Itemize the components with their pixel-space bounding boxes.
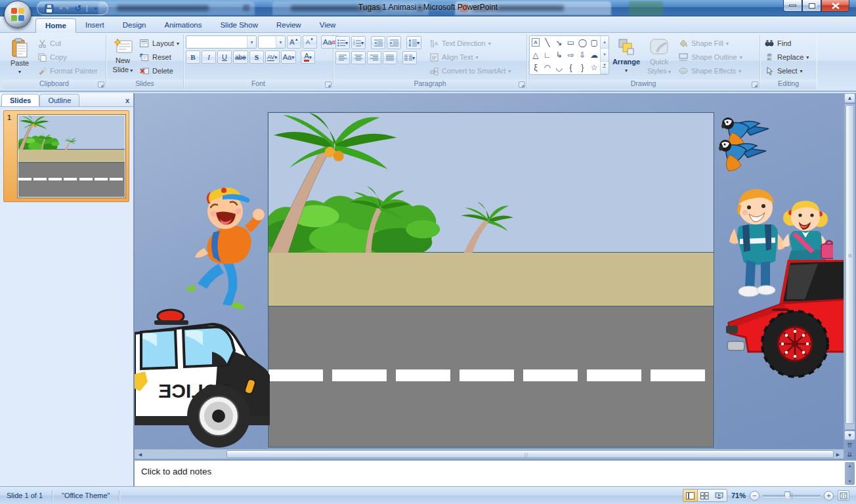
copy-button[interactable]: Copy bbox=[35, 51, 100, 64]
find-button[interactable]: Find bbox=[762, 37, 811, 50]
character-spacing-button[interactable]: AV bbox=[265, 51, 280, 64]
replace-button[interactable]: ab ac Replace bbox=[762, 51, 811, 64]
horizontal-scrollbar-thumb[interactable] bbox=[226, 450, 834, 458]
quick-styles-button[interactable]: Quick Styles bbox=[643, 35, 675, 79]
vertical-scrollbar-thumb[interactable] bbox=[845, 105, 854, 424]
next-slide-button[interactable]: ⇊ bbox=[844, 450, 855, 460]
tab-outline[interactable]: Outline bbox=[39, 94, 79, 106]
format-painter-button[interactable]: Format Painter bbox=[35, 64, 100, 77]
text-shadow-button[interactable]: S bbox=[249, 51, 264, 64]
shrink-font-button[interactable]: A▼ bbox=[303, 35, 317, 49]
columns-button[interactable] bbox=[402, 51, 417, 64]
text-direction-button[interactable]: A Text Direction bbox=[427, 37, 513, 50]
sand-shape[interactable] bbox=[268, 253, 714, 306]
clipart-red-car[interactable] bbox=[726, 260, 844, 379]
clipart-parrots[interactable] bbox=[719, 116, 770, 172]
arrange-button[interactable]: Arrange bbox=[609, 35, 643, 79]
change-case-button[interactable]: Aa bbox=[281, 51, 296, 64]
delete-button[interactable]: Delete bbox=[137, 64, 181, 77]
drawing-dialog-launcher[interactable] bbox=[752, 81, 758, 88]
shapes-scroll-up-icon[interactable]: ▲ bbox=[601, 36, 609, 49]
shape-elbow-arrow[interactable]: ↳ bbox=[553, 49, 565, 61]
restore-button[interactable] bbox=[802, 0, 821, 12]
save-button[interactable] bbox=[43, 3, 56, 14]
align-center-button[interactable] bbox=[351, 51, 366, 64]
redo-button[interactable]: ↺ bbox=[72, 3, 85, 14]
justify-button[interactable] bbox=[383, 51, 397, 64]
notes-placeholder[interactable]: Click to add notes bbox=[141, 467, 211, 476]
notes-scrollbar[interactable]: ▲ ▼ bbox=[845, 462, 855, 485]
slide-thumbnail-1[interactable]: 1 bbox=[3, 110, 129, 202]
shape-left-brace[interactable]: { bbox=[565, 61, 577, 74]
scroll-left-icon[interactable]: ◀ bbox=[135, 450, 145, 459]
shape-arc[interactable]: ◠ bbox=[542, 61, 553, 74]
shapes-more-icon[interactable]: ▼▔ bbox=[601, 62, 609, 74]
shape-down-arrow[interactable]: ⇩ bbox=[576, 49, 588, 61]
fit-slide-to-window-button[interactable] bbox=[838, 490, 849, 501]
scroll-down-icon[interactable]: ▼ bbox=[844, 430, 855, 440]
road-shape[interactable] bbox=[268, 306, 714, 447]
shape-outline-button[interactable]: Shape Outline bbox=[676, 51, 744, 64]
shape-curve[interactable]: ◡ bbox=[553, 61, 565, 74]
shape-right-brace[interactable]: } bbox=[576, 61, 588, 74]
shape-elbow[interactable]: ∟ bbox=[542, 49, 553, 61]
shape-fill-button[interactable]: Shape Fill bbox=[676, 37, 744, 50]
horizontal-scrollbar[interactable]: ◀ ▶ bbox=[135, 449, 844, 459]
zoom-out-button[interactable]: − bbox=[750, 491, 760, 501]
font-name-combo[interactable]: ▾ bbox=[186, 35, 257, 49]
notes-scroll-up-icon[interactable]: ▲ bbox=[845, 463, 855, 468]
align-right-button[interactable] bbox=[367, 51, 381, 64]
convert-smartart-button[interactable]: Convert to SmartArt bbox=[427, 64, 513, 77]
increase-indent-button[interactable] bbox=[387, 36, 401, 49]
zoom-slider-track[interactable] bbox=[763, 495, 821, 497]
slide-canvas[interactable] bbox=[268, 112, 714, 448]
shape-textbox[interactable]: A bbox=[532, 38, 540, 47]
slide-sorter-view-button[interactable] bbox=[698, 490, 712, 501]
reset-button[interactable]: Reset bbox=[137, 51, 181, 64]
tab-animations[interactable]: Animations bbox=[156, 18, 211, 32]
theme-name[interactable]: "Office Theme" bbox=[58, 492, 114, 499]
line-spacing-button[interactable] bbox=[406, 36, 421, 49]
zoom-level[interactable]: 71% bbox=[731, 492, 746, 499]
tab-home[interactable]: Home bbox=[35, 18, 76, 33]
shape-cloud[interactable]: ☁ bbox=[588, 49, 600, 61]
zoom-slider-thumb[interactable] bbox=[784, 492, 790, 500]
underline-button[interactable]: U bbox=[217, 51, 232, 64]
shape-rectangle[interactable]: ▭ bbox=[565, 36, 577, 49]
bold-button[interactable]: B bbox=[186, 51, 200, 64]
shape-scribble[interactable]: ξ bbox=[530, 61, 542, 74]
tab-slides[interactable]: Slides bbox=[1, 94, 39, 106]
shape-oval[interactable]: ◯ bbox=[576, 36, 588, 49]
shapes-scroll-down-icon[interactable]: ▼ bbox=[601, 49, 609, 61]
vertical-scrollbar[interactable]: ▲ ▼ ⇈ ⇊ bbox=[844, 93, 856, 459]
shape-star[interactable]: ☆ bbox=[588, 61, 600, 74]
font-name-dropdown-icon[interactable]: ▾ bbox=[247, 36, 256, 48]
bullets-button[interactable] bbox=[335, 36, 350, 49]
shape-line[interactable]: ╲ bbox=[542, 36, 553, 49]
grow-font-button[interactable]: A▲ bbox=[287, 35, 301, 49]
minimize-button[interactable] bbox=[783, 0, 802, 12]
align-left-button[interactable] bbox=[335, 51, 350, 64]
clipart-running-boy[interactable] bbox=[184, 185, 267, 314]
customize-qat-button[interactable]: ▾ bbox=[89, 3, 102, 14]
palm-trees-clipart[interactable] bbox=[268, 113, 714, 253]
slide-show-view-button[interactable] bbox=[712, 490, 727, 501]
font-size-combo[interactable]: ▾ bbox=[258, 35, 286, 49]
shape-effects-button[interactable]: Shape Effects bbox=[676, 64, 744, 77]
zoom-in-button[interactable]: + bbox=[824, 491, 834, 501]
tab-slide-show[interactable]: Slide Show bbox=[211, 18, 267, 32]
tab-insert[interactable]: Insert bbox=[76, 18, 114, 32]
shape-rounded-rectangle[interactable]: ▢ bbox=[588, 36, 600, 49]
font-dialog-launcher[interactable] bbox=[325, 81, 332, 88]
shape-triangle[interactable]: △ bbox=[530, 49, 542, 61]
layout-button[interactable]: Layout bbox=[137, 37, 181, 50]
editing-workspace[interactable]: POLICE bbox=[135, 93, 844, 459]
notes-pane[interactable]: Click to add notes ▲ ▼ bbox=[135, 459, 856, 486]
tab-design[interactable]: Design bbox=[114, 18, 156, 32]
vertical-scrollbar-track[interactable] bbox=[844, 104, 855, 430]
close-panel-icon[interactable]: x bbox=[125, 96, 129, 104]
cut-button[interactable]: Cut bbox=[35, 37, 100, 50]
tab-view[interactable]: View bbox=[310, 18, 345, 32]
undo-button[interactable]: ↶ bbox=[57, 3, 70, 14]
italic-button[interactable]: I bbox=[202, 51, 216, 64]
